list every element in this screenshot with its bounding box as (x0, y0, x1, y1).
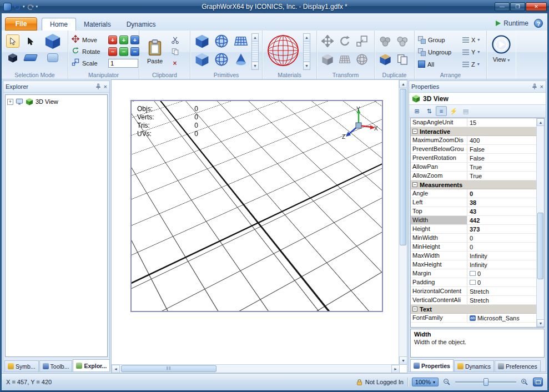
close-panel-icon[interactable]: × (104, 84, 107, 89)
close-panel-icon[interactable]: × (540, 84, 543, 89)
move-z-plus-button[interactable]: + (130, 36, 139, 44)
property-value[interactable]: Infinity (467, 252, 536, 260)
property-value[interactable]: abMicrosoft_Sans (467, 314, 536, 322)
primitive-sphere-button[interactable] (214, 52, 229, 67)
move-x-plus-button[interactable]: + (108, 36, 117, 44)
fit-to-window-button[interactable] (533, 378, 543, 386)
value-box-icon[interactable] (470, 280, 476, 285)
tab-explorer[interactable]: Explor... (73, 359, 110, 371)
property-value[interactable]: 38 (467, 198, 536, 207)
canvas-vertical-scrollbar[interactable]: ▲ ▼ (399, 80, 407, 365)
minimize-button[interactable]: — (495, 2, 510, 11)
property-value[interactable]: 442 (467, 216, 536, 224)
align-z-button[interactable]: Z▾ (462, 61, 487, 68)
property-row[interactable]: Angle0 (411, 189, 536, 198)
app-icon[interactable] (3, 3, 12, 11)
view-globe-button[interactable] (491, 34, 511, 54)
explorer-tree[interactable]: + 3D View (5, 94, 108, 357)
scroll-down-icon[interactable]: ▼ (399, 356, 407, 365)
tab-symbols[interactable]: Symb... (4, 360, 39, 371)
property-value[interactable]: 400 (467, 136, 536, 144)
transform-move-button[interactable] (321, 34, 334, 48)
copy-button[interactable] (169, 47, 180, 57)
delete-button[interactable]: × (169, 58, 180, 68)
property-name[interactable]: PreventRotation (411, 154, 467, 162)
duplicate-clone-button[interactable] (396, 53, 409, 66)
align-y-button[interactable]: Y▾ (462, 49, 487, 56)
file-menu-button[interactable]: File (5, 17, 37, 31)
scrollbar-thumb[interactable] (400, 89, 406, 245)
zoom-level-dropdown[interactable]: 100%▾ (412, 378, 439, 386)
box-select-button[interactable] (47, 53, 58, 62)
move-y-minus-button[interactable]: − (119, 47, 128, 56)
move-z-minus-button[interactable]: − (130, 47, 139, 56)
collapse-icon[interactable]: − (412, 129, 417, 134)
property-row[interactable]: FontFamilyabMicrosoft_Sans (411, 314, 536, 323)
tab-properties[interactable]: Properties (410, 359, 454, 371)
property-row[interactable]: VerticalContentAliStretch (411, 296, 536, 305)
property-value[interactable]: Stretch (467, 296, 536, 304)
tab-materials[interactable]: Materials (76, 18, 119, 31)
property-name[interactable]: AllowZoom (411, 172, 467, 180)
property-category-row[interactable]: −Text (411, 305, 536, 314)
scale-button[interactable]: Scale (82, 60, 107, 67)
transform-scale-button[interactable] (355, 34, 369, 48)
scrollbar-thumb[interactable] (537, 213, 543, 279)
property-value[interactable]: 0 (467, 278, 536, 287)
property-value[interactable]: False (467, 154, 536, 162)
property-name[interactable]: VerticalContentAli (411, 296, 467, 304)
titlebar[interactable]: ▾ ▾ GraphWorX64 by ICONICS, Inc. - Displ… (0, 0, 549, 13)
property-value[interactable]: 43 (467, 207, 536, 215)
property-value[interactable]: 0 (467, 269, 536, 278)
undo-button[interactable] (13, 2, 22, 11)
property-row[interactable]: AllowZoomTrue (411, 172, 536, 180)
property-value[interactable]: Stretch (467, 287, 536, 295)
property-row[interactable]: PreventBelowGrouFalse (411, 145, 536, 154)
scale-value-input[interactable] (108, 59, 138, 68)
property-row[interactable]: MaximumZoomDis400 (411, 136, 536, 145)
duplicate-cluster-button[interactable] (379, 34, 392, 48)
property-row[interactable]: MinHeight0 (411, 243, 536, 252)
property-row[interactable]: Height373 (411, 225, 536, 234)
scroll-down-icon[interactable]: ▼ (252, 62, 258, 69)
property-name[interactable]: Margin (411, 269, 467, 278)
expand-icon[interactable]: + (7, 99, 13, 105)
property-name[interactable]: MaximumZoomDis (411, 136, 467, 144)
property-row[interactable]: AllowPanTrue (411, 163, 536, 172)
property-value[interactable]: 15 (467, 118, 536, 127)
collapse-icon[interactable]: − (412, 182, 417, 187)
scroll-down-icon[interactable]: ▼ (304, 62, 310, 69)
help-button[interactable]: ? (534, 19, 543, 28)
undo-dropdown-icon[interactable]: ▾ (23, 4, 25, 9)
primitive-cube-button[interactable] (194, 33, 210, 49)
group-button[interactable]: Group (418, 36, 460, 44)
zoom-slider-thumb[interactable] (483, 378, 488, 386)
material-sphere-button[interactable] (265, 32, 301, 69)
property-name[interactable]: SnapAngleUnit (411, 118, 467, 127)
pin-icon[interactable] (531, 83, 538, 90)
property-name[interactable]: PreventBelowGrou (411, 145, 467, 153)
property-name[interactable]: Padding (411, 278, 467, 287)
property-value[interactable]: 0 (467, 189, 536, 198)
select-cursor-button[interactable] (6, 34, 19, 48)
cut-button[interactable] (169, 35, 180, 45)
scrollbar-thumb[interactable]: ⦀⦀ (121, 365, 216, 372)
zoom-slider[interactable] (455, 378, 516, 386)
property-name[interactable]: Angle (411, 189, 467, 198)
transform-cube-button[interactable] (321, 53, 334, 66)
property-name[interactable]: MaxHeight (411, 260, 467, 269)
property-value[interactable]: False (467, 145, 536, 153)
list-view-button[interactable]: ≡ (436, 106, 447, 116)
zoom-out-button[interactable] (442, 378, 451, 386)
move-x-minus-button[interactable]: − (108, 47, 117, 56)
dark-cube-button[interactable] (7, 52, 18, 63)
all-button[interactable]: All (418, 61, 460, 68)
primitive-geosphere-button[interactable] (214, 33, 229, 49)
transform-plane-button[interactable] (338, 53, 351, 66)
property-value[interactable]: 0 (467, 234, 536, 242)
duplicate-array-button[interactable] (396, 34, 409, 48)
tab-toolbox[interactable]: Toolb... (39, 360, 73, 371)
primitive-plane-button[interactable] (233, 33, 249, 49)
canvas-horizontal-scrollbar[interactable]: ◄ ⦀⦀ ► (112, 364, 400, 373)
transform-sphere-button[interactable] (355, 53, 369, 66)
